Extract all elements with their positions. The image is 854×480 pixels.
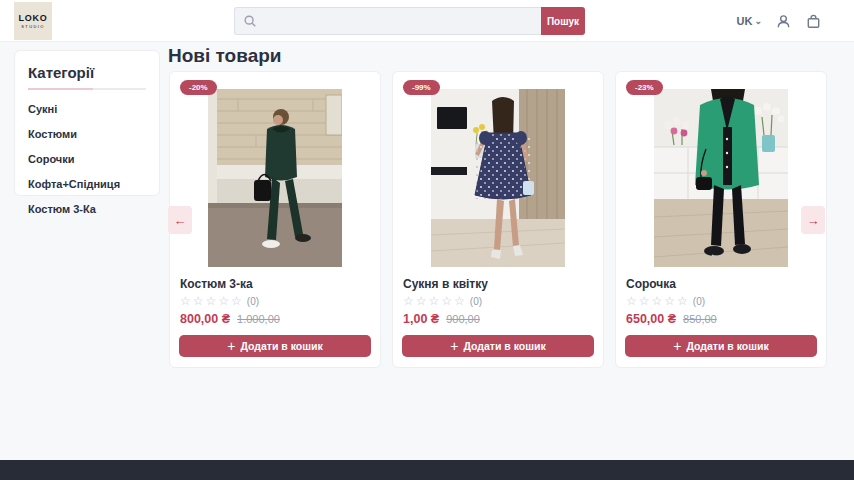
carousel-next-button[interactable]: → — [801, 206, 825, 234]
rating: ☆ ☆ ☆ ☆ ☆ (0) — [403, 295, 593, 307]
rating-count: (0) — [470, 296, 482, 307]
language-label: UK — [737, 15, 753, 27]
rating: ☆ ☆ ☆ ☆ ☆ (0) — [180, 295, 370, 307]
star-icon: ☆ — [193, 295, 204, 307]
price-row: 800,00 ₴ 1.000,00 — [180, 312, 370, 326]
header-right: UK ⌄ — [737, 0, 822, 42]
sidebar-item-dresses[interactable]: Сукні — [28, 99, 146, 115]
add-to-cart-button[interactable]: + Додати в кошик — [402, 335, 594, 357]
price: 1,00 ₴ — [403, 312, 439, 326]
old-price: 900,00 — [446, 313, 480, 325]
discount-badge: -20% — [180, 80, 217, 95]
plus-icon: + — [227, 339, 235, 353]
arrow-left-icon: ← — [174, 213, 187, 228]
language-selector[interactable]: UK ⌄ — [737, 15, 762, 27]
price-row: 1,00 ₴ 900,00 — [403, 312, 593, 326]
star-icon: ☆ — [677, 295, 688, 307]
add-to-cart-button[interactable]: + Додати в кошик — [625, 335, 817, 357]
star-icon: ☆ — [218, 295, 229, 307]
price: 800,00 ₴ — [180, 312, 230, 326]
star-icon: ☆ — [403, 295, 414, 307]
star-icon: ☆ — [454, 295, 465, 307]
plus-icon: + — [450, 339, 458, 353]
product-image[interactable] — [208, 89, 342, 267]
footer — [0, 460, 854, 480]
sidebar-item-top-skirt[interactable]: Кофта+Спідниця — [28, 174, 146, 190]
new-products-carousel: -20% — [169, 71, 827, 368]
old-price: 1.000,00 — [237, 313, 280, 325]
discount-badge: -23% — [626, 80, 663, 95]
star-icon: ☆ — [180, 295, 191, 307]
search-bar: Пошук — [234, 7, 585, 35]
product-title[interactable]: Костюм 3-ка — [180, 277, 370, 291]
rating: ☆ ☆ ☆ ☆ ☆ (0) — [626, 295, 816, 307]
star-icon: ☆ — [441, 295, 452, 307]
search-icon — [243, 14, 257, 28]
sidebar-title: Категорії — [28, 64, 146, 81]
chevron-down-icon: ⌄ — [754, 16, 762, 26]
sidebar-item-suit-3[interactable]: Костюм 3-Ка — [28, 199, 146, 215]
product-image[interactable] — [431, 89, 565, 267]
add-to-cart-button[interactable]: + Додати в кошик — [179, 335, 371, 357]
arrow-right-icon: → — [807, 213, 820, 228]
sidebar-divider — [28, 88, 146, 90]
star-icon: ☆ — [206, 295, 217, 307]
star-icon: ☆ — [429, 295, 440, 307]
user-icon[interactable] — [775, 13, 792, 30]
star-icon: ☆ — [416, 295, 427, 307]
page-title: Нові товари — [168, 45, 282, 67]
product-title[interactable]: Сорочка — [626, 277, 816, 291]
product-card[interactable]: -99% — [392, 71, 604, 368]
plus-icon: + — [673, 339, 681, 353]
product-title[interactable]: Сукня в квітку — [403, 277, 593, 291]
product-image[interactable] — [654, 89, 788, 267]
star-icon: ☆ — [652, 295, 663, 307]
sidebar-item-suits[interactable]: Костюми — [28, 124, 146, 140]
add-to-cart-label: Додати в кошик — [240, 340, 322, 352]
price: 650,00 ₴ — [626, 312, 676, 326]
search-box — [234, 7, 541, 35]
price-row: 650,00 ₴ 850,00 — [626, 312, 816, 326]
star-icon: ☆ — [664, 295, 675, 307]
search-button[interactable]: Пошук — [541, 7, 585, 35]
logo[interactable]: LOKO STUDIO — [14, 2, 52, 40]
category-sidebar: Категорії Сукні Костюми Сорочки Кофта+Сп… — [14, 50, 160, 196]
logo-text: LOKO — [18, 13, 47, 23]
add-to-cart-label: Додати в кошик — [686, 340, 768, 352]
product-card[interactable]: -20% — [169, 71, 381, 368]
storefront-page: LOKO STUDIO Пошук UK ⌄ — [0, 0, 854, 480]
star-icon: ☆ — [231, 295, 242, 307]
star-icon: ☆ — [626, 295, 637, 307]
sidebar-item-shirts[interactable]: Сорочки — [28, 149, 146, 165]
product-card[interactable]: -23% — [615, 71, 827, 368]
rating-count: (0) — [693, 296, 705, 307]
add-to-cart-label: Додати в кошик — [463, 340, 545, 352]
old-price: 850,00 — [683, 313, 717, 325]
discount-badge: -99% — [403, 80, 440, 95]
search-input[interactable] — [263, 15, 533, 27]
rating-count: (0) — [247, 296, 259, 307]
logo-subtext: STUDIO — [21, 24, 45, 29]
header: LOKO STUDIO Пошук UK ⌄ — [0, 0, 854, 42]
cart-icon[interactable] — [805, 13, 822, 30]
carousel-prev-button[interactable]: ← — [168, 206, 192, 234]
star-icon: ☆ — [639, 295, 650, 307]
